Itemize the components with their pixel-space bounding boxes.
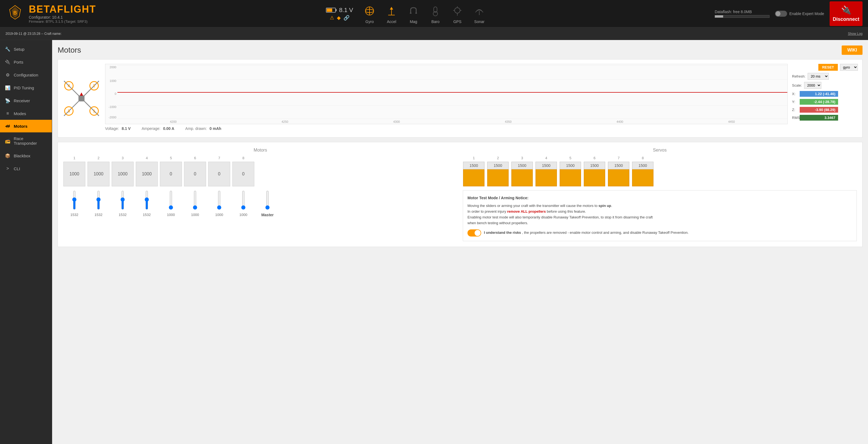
motor-col-3: 3 1000 <box>112 156 133 186</box>
motor-slider-1[interactable] <box>72 191 76 210</box>
statusbar-text: 2019-09-11 @ 23:15:28 -- Craft name: <box>5 32 61 36</box>
disconnect-button[interactable]: 🔌 Disconnect <box>830 1 863 26</box>
motors-icon: 🏎 <box>5 124 10 129</box>
sidebar-item-receiver[interactable]: 📡 Receiver <box>0 94 52 107</box>
svg-rect-5 <box>327 8 332 12</box>
sensor-mag[interactable]: Mag <box>405 3 422 24</box>
statusbar: 2019-09-11 @ 23:15:28 -- Craft name: Sho… <box>0 27 868 40</box>
motor-slider-4[interactable] <box>145 191 149 210</box>
motor-box-1: 1000 <box>63 162 85 186</box>
sensor-baro[interactable]: Baro <box>427 3 443 24</box>
svg-rect-4 <box>336 9 337 11</box>
x-label-4400: 4400 <box>616 120 623 123</box>
sidebar-item-blackbox[interactable]: 📦 Blackbox <box>0 149 52 162</box>
motors-panel-title: Motors <box>63 148 457 153</box>
servo-col-8: 8 1500 <box>632 156 654 186</box>
chart-area: 2000 1000 0 -1000 -2000 <box>105 64 787 124</box>
motor-slider-val-1: 1532 <box>70 213 79 217</box>
toggle-knob <box>776 11 780 16</box>
scale-select[interactable]: 500 1000 2000 5000 <box>804 82 822 89</box>
motor-slider-6-container <box>193 189 197 211</box>
y-label-neg1000: -1000 <box>105 105 116 108</box>
ms-row: Motors 1 1000 2 1000 3 1000 <box>63 148 857 241</box>
servo-num-4: 4 <box>545 156 547 160</box>
motor-slider-7[interactable] <box>217 191 221 210</box>
servo-display-2: 1500 <box>487 162 508 186</box>
motor-slider-3[interactable] <box>120 191 125 210</box>
notice-spin-up: spin up <box>598 204 611 208</box>
motor-slider-val-4: 1532 <box>143 213 151 217</box>
motor-num-3: 3 <box>122 156 123 160</box>
link-icon: 🔗 <box>343 15 349 21</box>
svg-marker-10 <box>390 7 393 9</box>
sidebar-item-setup[interactable]: 🔧 Setup <box>0 43 52 56</box>
servo-bottom-7 <box>608 169 629 186</box>
motor-slider-2[interactable] <box>96 191 101 210</box>
sensor-accel[interactable]: Accel <box>383 3 400 24</box>
servo-top-1: 1500 <box>463 162 485 169</box>
sidebar-label-motors: Motors <box>14 124 27 129</box>
receiver-icon: 📡 <box>5 98 10 103</box>
scale-label: Scale: <box>792 83 802 88</box>
sidebar-item-pid-tuning[interactable]: 📊 PID Tuning <box>0 81 52 94</box>
sidebar-item-ports[interactable]: 🔌 Ports <box>0 56 52 69</box>
expert-mode-toggle[interactable] <box>775 11 787 17</box>
sidebar-item-motors[interactable]: 🏎 Motors <box>0 120 52 132</box>
header: B BETAFLIGHT Configurator: 10.4.1 Firmwa… <box>0 0 868 27</box>
y-label: Y: <box>792 100 798 104</box>
motor-num-7: 7 <box>218 156 220 160</box>
modes-icon: ≡ <box>5 111 10 116</box>
motor-box-4: 1000 <box>136 162 158 186</box>
reset-button[interactable]: RESET <box>818 64 838 71</box>
grid-1 <box>117 79 787 79</box>
sensor-gps[interactable]: GPS <box>449 3 466 24</box>
header-center: 8.1 V ⚠ ◆ 🔗 Gyro Accel <box>99 3 715 24</box>
mag-label: Mag <box>410 20 417 24</box>
page-title: Motors <box>58 46 81 55</box>
gyro-label: Gyro <box>365 20 374 24</box>
motor-num-8: 8 <box>242 156 244 160</box>
motor-slider-val-7: 1000 <box>215 213 223 217</box>
baro-icon <box>427 3 443 19</box>
chart-controls: RESET gyro accel mag Refresh: 20 ms 40 m… <box>792 64 858 133</box>
motor-slider-6[interactable] <box>193 191 197 210</box>
servo-display-8: 1500 <box>632 162 653 186</box>
sidebar-label-blackbox: Blackbox <box>14 153 30 158</box>
motor-slider-5[interactable] <box>169 191 173 210</box>
servo-top-4: 1500 <box>535 162 557 169</box>
graph-selector[interactable]: gyro accel mag <box>840 64 858 71</box>
refresh-select[interactable]: 20 ms 40 ms 100 ms <box>808 73 829 80</box>
accel-icon <box>383 3 400 19</box>
motor-slider-4-container <box>145 189 149 211</box>
sidebar-item-cli[interactable]: > CLI <box>0 162 52 175</box>
dataflash-text: Dataflash: free 8.0MB <box>715 9 770 14</box>
motor-slider-8[interactable] <box>241 191 246 210</box>
servo-num-8: 8 <box>642 156 644 160</box>
sensor-gyro[interactable]: Gyro <box>361 3 378 24</box>
sidebar-item-modes[interactable]: ≡ Modes <box>0 107 52 120</box>
servo-display-4: 1500 <box>535 162 557 186</box>
motor-slider-col-1: 1532 <box>63 189 85 217</box>
show-log-button[interactable]: Show Log <box>848 32 863 36</box>
motor-slider-col-4: 1532 <box>136 189 158 217</box>
motor-slider-7-container <box>217 189 221 211</box>
drone-diagram-container: ▲ 4 2 3 1 <box>62 64 101 133</box>
notice-toggle-row: I understand the risks , the propellers … <box>467 229 852 237</box>
sidebar-item-race-transponder[interactable]: 📻 Race Transponder <box>0 132 52 149</box>
master-slider[interactable] <box>265 191 270 210</box>
sidebar-item-configuration[interactable]: ⚙ Configuration <box>0 69 52 81</box>
content: Motors WIKI ▲ <box>52 40 868 444</box>
servo-bottom-6 <box>584 169 605 186</box>
cli-icon: > <box>5 166 10 171</box>
amp-drawn-item: Amp. drawn: 0 mAh <box>185 126 221 131</box>
sidebar-label-configuration: Configuration <box>14 73 38 77</box>
understand-risks-toggle[interactable] <box>467 229 481 237</box>
servo-num-5: 5 <box>569 156 571 160</box>
warning-icons: ⚠ ◆ 🔗 <box>330 15 349 21</box>
sidebar-label-receiver: Receiver <box>14 98 30 103</box>
sensor-sonar[interactable]: Sonar <box>471 3 488 24</box>
chart-area-container: 2000 1000 0 -1000 -2000 <box>105 64 787 133</box>
motor-slider-2-container <box>96 189 101 211</box>
battery-icon <box>326 7 337 13</box>
wiki-button[interactable]: WIKI <box>842 45 863 55</box>
